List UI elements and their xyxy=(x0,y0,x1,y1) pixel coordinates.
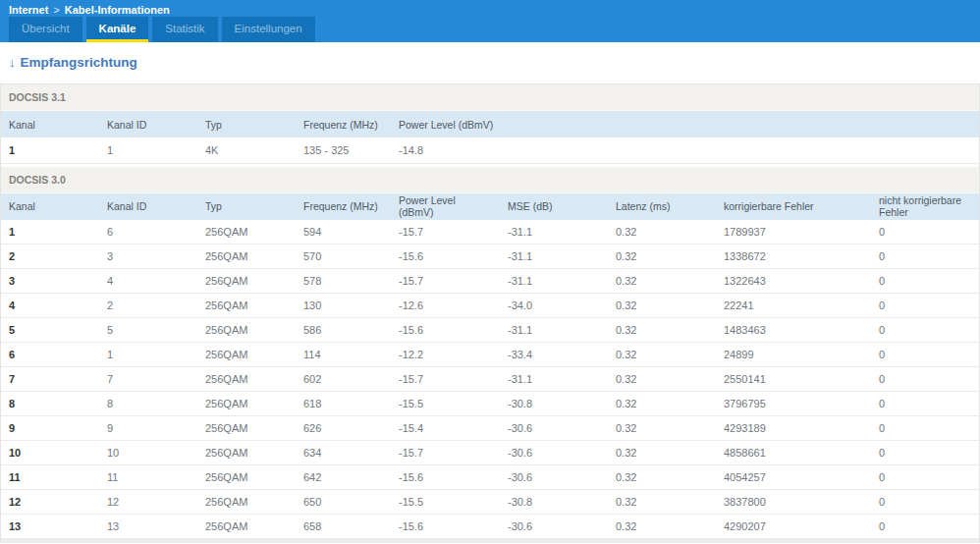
cell: 570 xyxy=(296,245,391,269)
cell: 22241 xyxy=(716,294,871,318)
cell: -31.1 xyxy=(500,367,608,392)
table-row: 16256QAM594-15.7-31.10.3217899370 xyxy=(1,220,979,245)
cell: 256QAM xyxy=(197,294,296,318)
section-link-empfangsrichtung[interactable]: ↓ Empfangsrichtung xyxy=(0,55,980,70)
arrow-down-icon: ↓ xyxy=(9,55,16,70)
cell-kanal: 1 xyxy=(1,220,99,245)
cell: -15.6 xyxy=(391,245,500,269)
column-header: Kanal ID xyxy=(99,193,197,220)
column-header: Power Level (dBmV) xyxy=(391,193,500,220)
cell-kanal: 3 xyxy=(1,269,99,294)
cell-kanal: 13 xyxy=(1,515,99,539)
cell: -30.6 xyxy=(500,515,608,539)
tab-kanaele[interactable]: Kanäle xyxy=(86,17,149,42)
cell: -12.6 xyxy=(391,294,500,318)
cell: 0 xyxy=(871,245,979,269)
docsis31-table-head: KanalKanal IDTypFrequenz (MHz)Power Leve… xyxy=(1,111,979,137)
cell: -31.1 xyxy=(500,269,608,294)
cell: 626 xyxy=(296,416,391,441)
cell: 9 xyxy=(99,416,197,441)
cell: 256QAM xyxy=(197,245,296,269)
cell: 0.32 xyxy=(608,392,716,416)
cell: 0 xyxy=(871,416,979,441)
cell-kanal: 7 xyxy=(1,367,99,392)
cell: -15.7 xyxy=(391,220,500,245)
cell: -15.6 xyxy=(391,465,500,490)
cell: 0.32 xyxy=(608,367,716,392)
docsis30-table-body: 16256QAM594-15.7-31.10.321789937023256QA… xyxy=(1,220,979,539)
cell: -15.4 xyxy=(391,416,500,441)
cell: 1 xyxy=(99,137,197,163)
cell: 0 xyxy=(871,392,979,416)
table-row: 114K135 - 325-14.8 xyxy=(1,137,979,163)
table-row: 1212256QAM650-15.5-30.80.3238378000 xyxy=(1,490,979,515)
cell: 578 xyxy=(296,269,391,294)
cell: 1 xyxy=(99,343,197,367)
header-row: KanalKanal IDTypFrequenz (MHz)Power Leve… xyxy=(1,193,979,220)
cell: 256QAM xyxy=(197,220,296,245)
cell-kanal: 8 xyxy=(1,392,99,416)
cell: 0 xyxy=(871,515,979,539)
cell: 0 xyxy=(871,465,979,490)
cell: 1322643 xyxy=(716,269,871,294)
docsis30-table-head: KanalKanal IDTypFrequenz (MHz)Power Leve… xyxy=(1,193,979,220)
cell: -12.2 xyxy=(391,343,500,367)
cell: 24899 xyxy=(716,343,871,367)
cell: 7 xyxy=(99,367,197,392)
cell: 650 xyxy=(296,490,391,515)
column-header: Power Level (dBmV) xyxy=(391,111,979,137)
cell: 602 xyxy=(296,367,391,392)
cell: 10 xyxy=(99,441,197,465)
column-header: Typ xyxy=(197,111,296,137)
cell: 0 xyxy=(871,343,979,367)
docsis31-table-body: 114K135 - 325-14.8 xyxy=(1,137,979,163)
cell: -15.5 xyxy=(391,392,500,416)
cell: 4054257 xyxy=(716,465,871,490)
column-header: Frequenz (MHz) xyxy=(296,193,391,220)
column-header: Typ xyxy=(197,193,296,220)
cell: 114 xyxy=(296,343,391,367)
breadcrumb-page: Kabel-Informationen xyxy=(65,4,170,16)
cell-kanal: 10 xyxy=(1,441,99,465)
cell: 0.32 xyxy=(608,269,716,294)
cell: 6 xyxy=(99,220,197,245)
channel-tables: DOCSIS 3.1 KanalKanal IDTypFrequenz (MHz… xyxy=(0,83,980,543)
cell: 1338672 xyxy=(716,245,871,269)
cell-kanal: 11 xyxy=(1,465,99,490)
cell: 256QAM xyxy=(197,441,296,465)
cell: -31.1 xyxy=(500,245,608,269)
cell: 0.32 xyxy=(608,343,716,367)
cell: 256QAM xyxy=(197,490,296,515)
column-header: nicht korrigierbare Fehler xyxy=(871,193,979,220)
cell: 256QAM xyxy=(197,367,296,392)
section-header-docsis30: DOCSIS 3.0 xyxy=(1,167,979,193)
cell: -30.8 xyxy=(500,392,608,416)
breadcrumb-separator-icon: > xyxy=(53,4,59,16)
cell: 0.32 xyxy=(608,490,716,515)
breadcrumb-section[interactable]: Internet xyxy=(9,4,48,16)
cell-kanal: 9 xyxy=(1,416,99,441)
tab-einstellungen[interactable]: Einstellungen xyxy=(222,17,315,42)
cell: 3837800 xyxy=(716,490,871,515)
tab-uebersicht[interactable]: Übersicht xyxy=(9,17,82,42)
table-row: 55256QAM586-15.6-31.10.3214834630 xyxy=(1,318,979,343)
table-row: 1010256QAM634-15.7-30.60.3248586610 xyxy=(1,441,979,465)
cell: 1483463 xyxy=(716,318,871,343)
cell: 642 xyxy=(296,465,391,490)
cell: -30.6 xyxy=(500,416,608,441)
cell-kanal: 4 xyxy=(1,294,99,318)
tab-statistik[interactable]: Statistik xyxy=(152,17,217,42)
cell: 0.32 xyxy=(608,515,716,539)
cell: -30.6 xyxy=(500,465,608,490)
cell: -15.7 xyxy=(391,269,500,294)
cell: 11 xyxy=(99,465,197,490)
header-row: KanalKanal IDTypFrequenz (MHz)Power Leve… xyxy=(1,111,979,137)
tab-bar: Übersicht Kanäle Statistik Einstellungen xyxy=(0,17,980,42)
cell: 0 xyxy=(871,441,979,465)
cell: 256QAM xyxy=(197,392,296,416)
cell: 12 xyxy=(99,490,197,515)
cell: 0 xyxy=(871,269,979,294)
cell: 13 xyxy=(99,515,197,539)
table-row: 1111256QAM642-15.6-30.60.3240542570 xyxy=(1,465,979,490)
cell-kanal: 5 xyxy=(1,318,99,343)
